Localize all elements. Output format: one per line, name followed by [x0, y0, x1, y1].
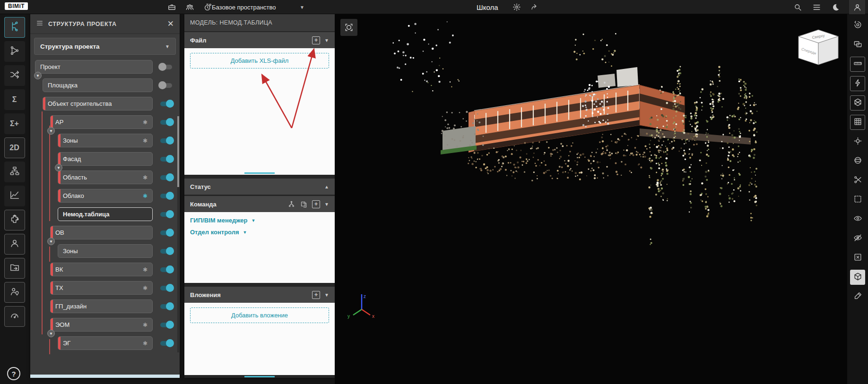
moon-icon[interactable]	[830, 2, 841, 12]
eye-tool[interactable]	[850, 212, 865, 227]
visibility-toggle[interactable]	[158, 340, 174, 347]
visibility-toggle[interactable]	[158, 211, 174, 218]
tree-scrollbar-thumb[interactable]	[177, 116, 179, 187]
copy-icon[interactable]	[300, 200, 308, 208]
chevron-down-icon[interactable]: ▼	[324, 292, 329, 298]
timer-icon[interactable]	[202, 2, 213, 12]
structure-panel-hscrollbar[interactable]	[30, 375, 180, 378]
structure-tool[interactable]	[4, 17, 25, 38]
sigma-plus-tool[interactable]: Σ+	[4, 113, 25, 134]
team-role-dropdown[interactable]: Отдел контроля▼	[190, 229, 329, 236]
visibility-toggle[interactable]	[158, 266, 174, 273]
section-tool[interactable]	[850, 95, 865, 111]
visibility-toggle[interactable]	[158, 322, 174, 328]
visibility-toggle[interactable]	[158, 64, 174, 70]
visibility-toggle[interactable]	[158, 193, 174, 199]
search-icon[interactable]	[792, 2, 803, 12]
team-icon[interactable]	[184, 2, 195, 12]
add-attachment-dropzone[interactable]: Добавить вложение	[190, 307, 329, 323]
grid-tool[interactable]	[850, 115, 865, 130]
tree-item[interactable]: Проект	[35, 60, 153, 74]
clear-box-tool[interactable]	[850, 250, 865, 265]
region-tool[interactable]	[850, 192, 865, 207]
chart-tool[interactable]	[4, 186, 25, 206]
user-icon[interactable]	[849, 0, 865, 14]
viewport-focus-button[interactable]	[340, 19, 357, 36]
3d-scene[interactable]: Сверху Спереди z x y	[335, 14, 847, 384]
folder-share-tool[interactable]	[4, 258, 25, 279]
expand-toggle-icon[interactable]: ▼	[55, 164, 62, 171]
expand-toggle-icon[interactable]: ▼	[34, 72, 42, 79]
tree-item[interactable]: АР✱	[50, 115, 153, 129]
add-xls-file-button[interactable]: Добавить XLS-файл	[190, 53, 329, 68]
share-icon[interactable]	[529, 2, 540, 12]
navigation-cube[interactable]: Сверху Спереди	[799, 30, 838, 65]
sphere-tool[interactable]	[850, 154, 865, 169]
chevron-up-icon[interactable]: ▲	[324, 184, 329, 189]
tree-item[interactable]: Область✱	[58, 171, 153, 184]
focus-tool[interactable]	[850, 134, 865, 149]
cut-tool[interactable]	[850, 173, 865, 188]
tree-item[interactable]: ОВ	[50, 226, 153, 239]
hierarchy-tool[interactable]	[4, 162, 25, 182]
gear-icon[interactable]	[512, 2, 522, 12]
tree-item[interactable]: ГП_дизайн	[50, 299, 153, 313]
visibility-toggle[interactable]	[158, 137, 174, 144]
add-attachment-button[interactable]: +	[312, 291, 320, 299]
eye-off-tool[interactable]	[850, 231, 865, 246]
person-tool[interactable]	[4, 234, 25, 255]
visibility-toggle[interactable]	[158, 101, 174, 107]
tree-item[interactable]: Немод.таблица	[58, 207, 153, 221]
tree-item[interactable]: Объект строительства	[43, 97, 153, 111]
tree-item[interactable]: ВК✱	[50, 263, 153, 276]
visibility-toggle[interactable]	[158, 82, 174, 89]
lightning-tool[interactable]	[850, 76, 865, 91]
tree-item[interactable]: Фасад	[58, 152, 153, 166]
gauge-tool[interactable]	[4, 306, 25, 327]
attachments-section-header[interactable]: Вложения + ▼	[184, 287, 335, 303]
tree-item[interactable]: ТХ✱	[50, 281, 153, 295]
person-pin-tool[interactable]	[4, 282, 25, 303]
puzzle-tool[interactable]	[4, 210, 25, 230]
list-icon[interactable]	[811, 2, 822, 12]
shuffle-tool[interactable]	[4, 65, 25, 86]
bimit-logo[interactable]: BIMiT	[5, 2, 28, 10]
file-section-header[interactable]: Файл + ▼	[184, 32, 335, 48]
visibility-toggle[interactable]	[158, 230, 174, 236]
cube-tool[interactable]	[850, 270, 865, 285]
screens-tool[interactable]	[850, 37, 865, 52]
tree-scrollbar[interactable]	[177, 116, 179, 352]
tree-item[interactable]: Площадка	[43, 78, 153, 92]
visibility-toggle[interactable]	[158, 285, 174, 291]
nodes-tool[interactable]	[4, 41, 25, 62]
tree-item[interactable]: ЭГ✱	[58, 336, 153, 350]
add-file-button[interactable]: +	[312, 36, 320, 44]
status-section-header[interactable]: Статус ▲	[184, 179, 335, 195]
expand-toggle-icon[interactable]: ▼	[47, 127, 55, 135]
visibility-toggle[interactable]	[158, 174, 174, 181]
add-team-member-button[interactable]: +	[312, 200, 320, 208]
expand-toggle-icon[interactable]: ▼	[47, 238, 55, 245]
tree-item[interactable]: ЭОМ✱	[50, 318, 153, 332]
visibility-toggle[interactable]	[158, 119, 174, 126]
toolbox-icon[interactable]	[166, 2, 177, 12]
visibility-toggle[interactable]	[158, 156, 174, 162]
sigma-tool[interactable]: Σ	[4, 89, 25, 110]
visibility-toggle[interactable]	[158, 303, 174, 310]
ruler-tool[interactable]	[850, 57, 865, 72]
orbit-tool[interactable]	[850, 18, 865, 33]
structure-view-selector[interactable]: Структура проекта ▼	[34, 38, 176, 55]
tree-item[interactable]: Зоны	[58, 244, 153, 258]
chevron-down-icon[interactable]: ▼	[324, 202, 329, 207]
close-icon[interactable]: ✕	[167, 20, 174, 28]
expand-toggle-icon[interactable]: ▼	[47, 330, 55, 337]
team-role-dropdown[interactable]: ГИП/BIM менеджер▼	[190, 217, 329, 224]
visibility-toggle[interactable]	[158, 248, 174, 255]
help-button[interactable]: ?	[7, 367, 20, 380]
mode-2d-tool[interactable]: 2D	[4, 137, 25, 158]
team-section-header[interactable]: Команда + ▼	[184, 196, 335, 212]
brush-tool[interactable]	[850, 289, 865, 304]
chevron-down-icon[interactable]: ▼	[324, 38, 329, 43]
workspace-selector[interactable]: Базовое пространство ▼	[212, 0, 304, 14]
tree-item[interactable]: Зоны✱	[58, 134, 153, 147]
